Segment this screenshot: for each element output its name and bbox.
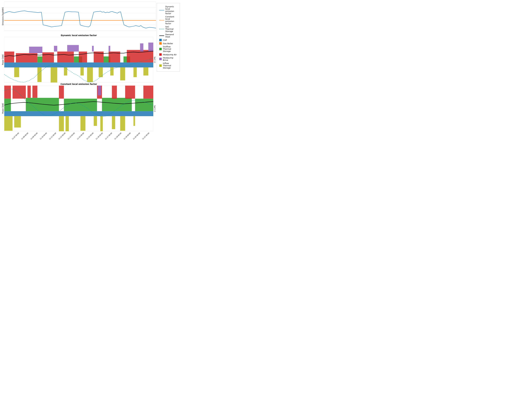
legend-item-9: Inflow Thermal Storage: [159, 62, 177, 69]
svg-rect-73: [32, 86, 37, 98]
x-label-3: 11-10 00:00: [39, 132, 50, 139]
svg-rect-89: [133, 116, 135, 126]
svg-rect-80: [4, 116, 13, 131]
legend-item-1: Constant local emission factor: [159, 15, 177, 25]
svg-rect-42: [42, 52, 54, 62]
x-axis-labels: 11-07 00:00 11-08 00:00 11-09 00:00 11-1…: [9, 132, 148, 138]
svg-rect-78: [143, 86, 153, 99]
legend-box-chp: [159, 39, 162, 41]
svg-rect-79: [98, 86, 101, 95]
svg-rect-82: [59, 116, 64, 131]
svg-rect-52: [109, 46, 110, 52]
svg-rect-71: [13, 86, 26, 99]
svg-rect-66: [26, 98, 59, 111]
svg-rect-87: [112, 116, 115, 129]
svg-rect-35: [143, 67, 148, 76]
legend-item-6: Outflow Thermal Storage: [159, 45, 177, 52]
svg-rect-88: [120, 116, 125, 131]
x-label-8: 11-15 00:00: [86, 132, 97, 139]
svg-rect-70: [4, 86, 11, 99]
legend-label-5: Gas Boiler: [163, 42, 173, 45]
legend-box-inflow: [159, 65, 162, 67]
legend-box-hpbrine: [159, 58, 162, 60]
mid-y-label: Power [kW]: [1, 37, 4, 83]
mid-y-label-right: SoC [-]: [153, 37, 156, 83]
legend-box-outflow: [159, 48, 162, 50]
svg-rect-53: [140, 44, 143, 52]
mid-chart-title: Dynamic local emission factor: [1, 34, 156, 36]
x-label-9: 11-16 00:00: [95, 132, 106, 139]
x-label-10: 11-17 00:00: [105, 132, 115, 139]
bot-svg-container: −1000 0 1000 2000: [4, 86, 153, 131]
bot-chart-svg: −1000 0 1000 2000: [4, 86, 153, 131]
x-label-12: 11-19 00:00: [123, 132, 134, 139]
top-y-label: Emissions [kg/kWh]: [1, 7, 4, 26]
charts-area: Emissions [kg/kWh] 0.0 0.2: [1, 1, 156, 138]
legend-line-demand: [159, 36, 164, 36]
svg-rect-32: [110, 67, 113, 76]
x-label-5: 11-12 00:00: [58, 132, 69, 139]
legend-box-hpair: [159, 53, 162, 56]
svg-rect-69: [135, 99, 153, 111]
svg-rect-49: [54, 46, 57, 52]
x-label-13: 11-20 00:00: [133, 132, 143, 139]
svg-rect-30: [87, 67, 93, 82]
svg-rect-43: [57, 52, 74, 63]
bot-chart-wrapper: Power [kW] −1000 0 1000 2000: [1, 86, 156, 131]
bot-y-label-right: SoC [-]: [153, 86, 156, 131]
svg-rect-76: [112, 86, 117, 99]
svg-rect-25: [14, 67, 19, 77]
legend-label-0: Dynamic local emission factor: [165, 6, 177, 14]
svg-rect-47: [127, 50, 153, 63]
legend-label-2: SoC Thermal Storage: [165, 26, 177, 32]
legend-item-2: SoC Thermal Storage: [159, 26, 177, 32]
svg-rect-44: [79, 52, 87, 63]
svg-rect-67: [64, 99, 97, 111]
legend-item-0: Dynamic local emission factor: [159, 6, 177, 14]
legend-label-4: CHP: [163, 39, 167, 41]
legend-box-gasboiler: [159, 42, 162, 45]
legend-line-dynamic: [159, 10, 164, 10]
legend-label-8: Heatpump Brine: [163, 57, 177, 61]
svg-rect-29: [81, 67, 84, 76]
top-chart-svg: 0.0 0.2 0.4 0.6 0.8 1.0: [4, 1, 156, 34]
bot-chart-title: Constant local emission factor: [1, 83, 156, 85]
svg-rect-85: [94, 116, 97, 126]
svg-rect-48: [29, 47, 42, 53]
svg-rect-24: [4, 62, 153, 67]
bot-y-label: Power [kW]: [1, 86, 4, 131]
legend-label-1: Constant local emission factor: [165, 15, 177, 25]
x-label-14: 11-21 00:00: [142, 132, 153, 139]
legend-label-7: Heatpump Air: [163, 53, 177, 56]
svg-rect-50: [67, 45, 79, 52]
svg-rect-36: [37, 57, 42, 63]
svg-rect-33: [120, 67, 125, 80]
legend-item-8: Heatpump Brine: [159, 57, 177, 61]
svg-rect-26: [37, 67, 41, 82]
svg-rect-84: [81, 116, 86, 131]
svg-rect-64: [4, 111, 153, 116]
x-label-2: 11-09 00:00: [30, 132, 41, 139]
legend-item-3: Demand Heat: [159, 33, 177, 38]
main-container: Emissions [kg/kWh] 0.0 0.2: [0, 0, 183, 139]
svg-rect-27: [51, 67, 57, 83]
legend-item-7: Heatpump Air: [159, 53, 177, 56]
x-label-1: 11-08 00:00: [21, 132, 31, 139]
x-label-7: 11-14 00:00: [77, 132, 87, 139]
svg-rect-81: [14, 116, 21, 128]
svg-rect-51: [92, 46, 94, 52]
mid-chart-svg: −1000 0 1000 2000: [4, 37, 153, 83]
x-label-11: 11-18 00:00: [114, 132, 125, 139]
svg-rect-72: [27, 86, 31, 98]
svg-rect-77: [125, 86, 135, 99]
bot-chart-block: Constant local emission factor Power [kW…: [1, 83, 156, 131]
legend-label-9: Inflow Thermal Storage: [163, 62, 177, 69]
legend-line-soc: [159, 29, 164, 29]
legend-label-3: Demand Heat: [165, 33, 177, 38]
svg-rect-54: [148, 43, 153, 52]
mid-chart-block: Dynamic local emission factor Power [kW]: [1, 34, 156, 83]
svg-rect-74: [59, 86, 64, 99]
top-chart-block: Emissions [kg/kWh] 0.0 0.2: [1, 1, 156, 34]
legend-label-6: Outflow Thermal Storage: [163, 45, 177, 52]
svg-rect-40: [4, 52, 14, 63]
